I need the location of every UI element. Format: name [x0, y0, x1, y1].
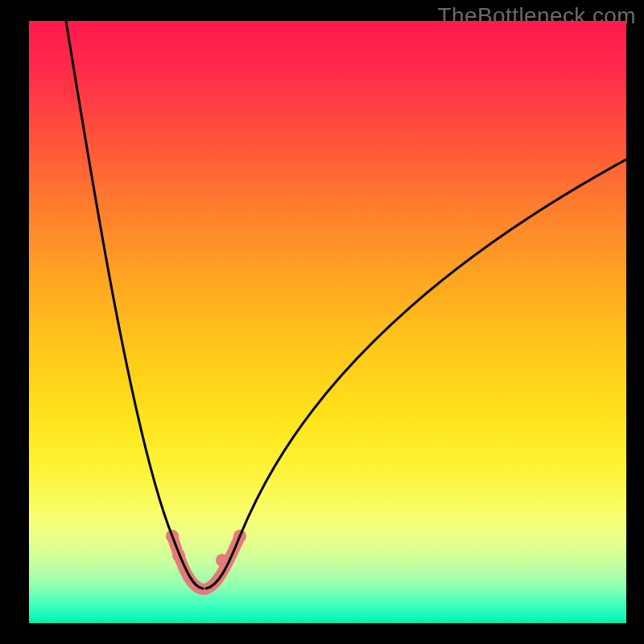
- chart-frame: TheBottleneck.com: [0, 0, 644, 644]
- left-curve: [66, 21, 203, 588]
- plot-area: [29, 21, 626, 623]
- right-curve: [206, 159, 626, 588]
- curve-overlay: [29, 21, 626, 623]
